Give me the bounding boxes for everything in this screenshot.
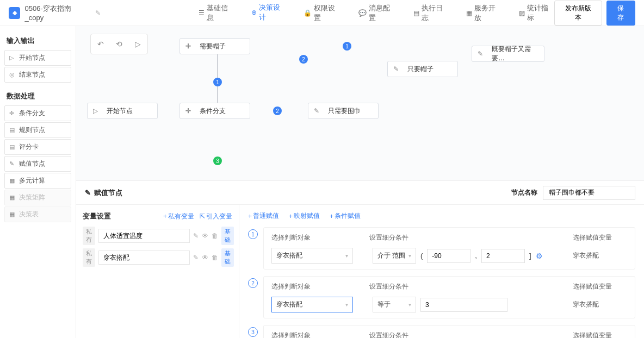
- chevron-down-icon: ▾: [345, 253, 348, 259]
- sidebar-item-branch[interactable]: ✛条件分支: [4, 105, 71, 121]
- sel-value: 等于: [377, 300, 391, 309]
- node-scarf[interactable]: ✎只需要围巾: [308, 103, 379, 119]
- sidebar-item-matrix: ▦决策矩阵: [4, 190, 71, 205]
- gear-icon[interactable]: ⚙: [536, 252, 543, 260]
- tool-undo[interactable]: ↶: [93, 36, 108, 52]
- value-input[interactable]: [420, 298, 507, 312]
- assign-value: 穿衣搭配: [573, 300, 627, 309]
- list-icon: ▤: [9, 143, 16, 151]
- grid-icon: ▦: [9, 211, 16, 218]
- tool-history[interactable]: ⟲: [112, 36, 127, 52]
- value-input[interactable]: [481, 249, 525, 263]
- target-select[interactable]: 穿衣搭配▾: [271, 248, 353, 264]
- eye-icon[interactable]: 👁: [202, 232, 208, 240]
- sidebar-item-table: ▦决策表: [4, 206, 71, 222]
- bracket: (: [420, 252, 423, 260]
- tab-label: 决策设计: [259, 3, 286, 22]
- add-map-assign[interactable]: + 映射赋值: [289, 211, 320, 221]
- operator-select[interactable]: 等于▾: [373, 297, 416, 312]
- edit-icon: ✎: [393, 65, 399, 73]
- var-name-input[interactable]: [98, 251, 190, 265]
- chevron-down-icon: ▾: [408, 302, 411, 308]
- operator-select[interactable]: 介于 范围▾: [373, 248, 416, 264]
- list-icon: ▤: [9, 127, 16, 134]
- rule-number: 3: [248, 327, 258, 337]
- publish-button[interactable]: 发布新版本: [554, 1, 602, 26]
- add-private-var[interactable]: + 私有变量: [163, 212, 194, 221]
- target-select[interactable]: 穿衣搭配▾: [271, 297, 353, 312]
- value-input[interactable]: [427, 249, 470, 263]
- sidebar-section-io: 输入输出: [4, 33, 71, 49]
- tool-play[interactable]: ▷: [130, 36, 145, 52]
- item-label: 条件分支: [19, 109, 45, 118]
- delete-icon[interactable]: 🗑: [212, 254, 218, 261]
- sidebar-item-multi[interactable]: ▦多元计算: [4, 173, 71, 189]
- edit-icon[interactable]: ✎: [95, 9, 101, 17]
- circle-icon: ◎: [9, 71, 16, 78]
- detail-panel: ✎ 赋值节点 节点名称 变量设置 + 私有变量 ⇱ 引入变量: [76, 180, 644, 338]
- node-label: 需要帽子: [200, 42, 226, 51]
- add-normal-assign[interactable]: + 普通赋值: [248, 211, 279, 221]
- base-tag: 基础: [221, 227, 234, 245]
- rule-block: 2 选择判断对象 设置细分条件 选择赋值变量 穿衣搭配▾ 等于▾: [248, 276, 635, 318]
- rule-panel: + 普通赋值 + 映射赋值 + 条件赋值 1 选择判断对象 设置细分条件 选择赋…: [239, 205, 644, 338]
- tab-label: 权限设置: [314, 3, 341, 23]
- edit-icon: ✎: [314, 107, 319, 115]
- node-onlyhat[interactable]: ✎只要帽子: [387, 61, 458, 77]
- sidebar-item-rule[interactable]: ▤规则节点: [4, 122, 71, 138]
- plus-icon: ✛: [9, 110, 16, 117]
- item-label: 评分卡: [19, 142, 39, 152]
- node-label: 既要帽子又需要…: [492, 45, 538, 63]
- info-icon: ☰: [199, 9, 205, 17]
- rule-block: 3 选择判断对象 设置细分条件 选择赋值变量: [248, 325, 635, 338]
- edit-icon[interactable]: ✎: [193, 232, 199, 240]
- sidebar: 输入输出 ▷开始节点 ◎结束节点 数据处理 ✛条件分支 ▤规则节点 ▤评分卡 ✎…: [0, 26, 76, 338]
- item-label: 多元计算: [19, 176, 45, 185]
- rule-block: 1 选择判断对象 设置细分条件 选择赋值变量 穿衣搭配▾ 介于 范围▾: [248, 227, 635, 270]
- detail-header: ✎ 赋值节点 节点名称: [76, 181, 644, 205]
- rule-number: 1: [248, 229, 258, 239]
- sidebar-section-data: 数据处理: [4, 88, 71, 104]
- item-label: 结束节点: [19, 70, 45, 79]
- item-label: 赋值节点: [19, 159, 45, 168]
- grid-icon: ▦: [9, 194, 16, 201]
- stats-icon: ▨: [519, 9, 525, 17]
- move-icon: ✛: [185, 107, 191, 115]
- var-row: 私有 ✎ 👁 🗑 基础: [83, 227, 232, 245]
- log-icon: ▤: [413, 9, 419, 17]
- node-start[interactable]: ▷开始节点: [87, 103, 158, 119]
- rule-number: 2: [248, 278, 258, 288]
- var-title: 变量设置: [83, 211, 111, 221]
- variable-panel: 变量设置 + 私有变量 ⇱ 引入变量 私有 ✎ 👁 🗑 基础: [76, 205, 239, 338]
- node-branch[interactable]: ✛条件分支: [179, 103, 250, 119]
- node-name-label: 节点名称: [511, 188, 537, 197]
- detail-title: 赋值节点: [94, 188, 122, 198]
- delete-icon[interactable]: 🗑: [212, 232, 218, 240]
- edit-icon[interactable]: ✎: [193, 254, 199, 261]
- private-tag: 私有: [83, 248, 95, 267]
- sel-value: 穿衣搭配: [276, 300, 302, 309]
- sidebar-item-scorecard[interactable]: ▤评分卡: [4, 139, 71, 155]
- chevron-down-icon: ▾: [345, 302, 348, 308]
- var-name-input[interactable]: [98, 229, 190, 243]
- label-assign: 选择赋值变量: [573, 233, 627, 242]
- chevron-down-icon: ▾: [408, 253, 411, 259]
- import-var[interactable]: ⇱ 引入变量: [200, 212, 232, 221]
- node-hat[interactable]: ✛需要帽子: [179, 38, 250, 54]
- badge-2b: 2: [299, 55, 308, 64]
- link-label: 私有变量: [168, 212, 194, 221]
- link-label: 映射赋值: [294, 211, 320, 221]
- save-button[interactable]: 保存: [606, 1, 635, 26]
- sidebar-item-end[interactable]: ◎结束节点: [4, 67, 71, 83]
- bracket: ]: [529, 252, 531, 260]
- add-cond-assign[interactable]: + 条件赋值: [330, 211, 361, 221]
- sidebar-item-assign[interactable]: ✎赋值节点: [4, 156, 71, 172]
- sidebar-item-start[interactable]: ▷开始节点: [4, 50, 71, 66]
- canvas[interactable]: ↶ ⟲ ▷ ▷开始节点 ✛条件分支 ✛需要帽子 ✎只需要围巾 ✎只要帽子 ✎既要…: [76, 26, 644, 180]
- eye-icon[interactable]: 👁: [202, 254, 208, 261]
- node-name-input[interactable]: [543, 186, 635, 200]
- sel-value: 介于 范围: [377, 251, 405, 260]
- tab-label: 执行日志: [422, 3, 449, 23]
- tab-label: 统计指标: [527, 3, 554, 23]
- node-both[interactable]: ✎既要帽子又需要…: [472, 46, 544, 62]
